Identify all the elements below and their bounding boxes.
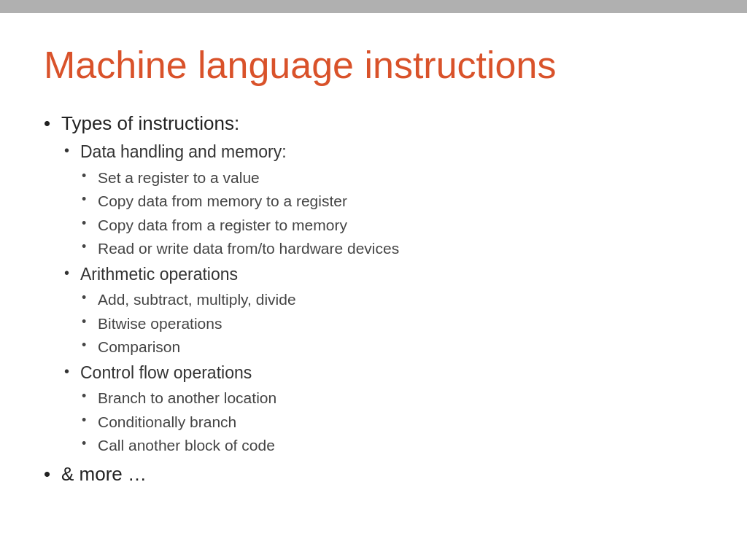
control-flow-label: Control flow operations [80,363,252,382]
item-text: Copy data from a register to memory [98,217,347,233]
level2-list-types: Data handling and memory: Set a register… [61,139,703,457]
item-text: Copy data from memory to a register [98,192,347,209]
data-handling-label: Data handling and memory: [80,142,287,161]
item-text: Add, subtract, multiply, divide [98,291,296,308]
slide: Machine language instructions Types of i… [0,13,747,560]
item-text: Read or write data from/to hardware devi… [98,240,399,257]
list-item: Bitwise operations [80,312,703,335]
list-item: Call another block of code [80,434,703,457]
content: Types of instructions: Data handling and… [44,109,703,531]
list-item: Copy data from a register to memory [80,214,703,237]
level3-list-data: Set a register to a value Copy data from… [80,166,703,260]
item-text: Set a register to a value [98,169,260,186]
slide-title: Machine language instructions [44,42,703,88]
arithmetic-label: Arithmetic operations [80,265,238,284]
item-text: Bitwise operations [98,315,222,332]
list-item: Comparison [80,335,703,359]
list-item: Add, subtract, multiply, divide [80,288,703,311]
list-item: Conditionally branch [80,411,703,434]
list-item: Set a register to a value [80,166,703,190]
types-label: Types of instructions: [61,112,239,134]
level1-list: Types of instructions: Data handling and… [44,109,703,489]
level3-list-arithmetic: Add, subtract, multiply, divide Bitwise … [80,288,703,359]
list-item-control-flow: Control flow operations Branch to anothe… [61,360,703,457]
list-item-arithmetic: Arithmetic operations Add, subtract, mul… [61,262,703,359]
item-text: Call another block of code [98,437,275,454]
list-item-more: & more … [44,460,703,489]
level3-list-control: Branch to another location Conditionally… [80,386,703,457]
top-bar [0,0,747,13]
item-text: Conditionally branch [98,413,236,430]
list-item: Branch to another location [80,386,703,410]
item-text: Branch to another location [98,389,276,406]
more-label: & more … [61,463,147,485]
list-item: Read or write data from/to hardware devi… [80,237,703,260]
list-item-types: Types of instructions: Data handling and… [44,109,703,457]
item-text: Comparison [98,338,180,355]
list-item: Copy data from memory to a register [80,190,703,213]
list-item-data-handling: Data handling and memory: Set a register… [61,139,703,260]
